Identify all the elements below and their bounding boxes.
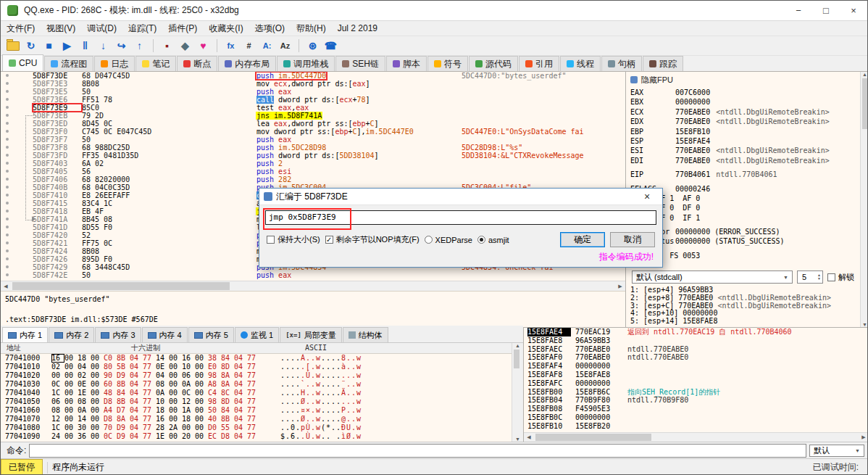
tab-breakpoints[interactable]: 断点 bbox=[177, 56, 217, 71]
scroll-left-icon[interactable]: ◀ bbox=[1, 284, 11, 289]
stack-row[interactable]: 15E8FAF815E8FAE8 bbox=[524, 371, 868, 379]
disasm-row[interactable]: 5D8F73FDFF35 0481D35Dpush dword ptr ds:[… bbox=[1, 152, 625, 160]
xedparse-radio[interactable]: XEDParse bbox=[425, 236, 472, 244]
command-profile-select[interactable]: 默认 ▼ bbox=[809, 445, 864, 457]
menu-options[interactable]: 选项(O) bbox=[249, 21, 291, 36]
disasm-row[interactable]: 5D8F73ED8D45 0Clea eax,dword ptr ss:[ebp… bbox=[1, 120, 625, 128]
tab-trace[interactable]: 跟踪 bbox=[643, 56, 683, 71]
tab-cpu[interactable]: CPU bbox=[2, 54, 43, 71]
tab-call-stack[interactable]: 调用堆栈 bbox=[277, 56, 335, 71]
tab-locals[interactable]: [x=]局部变量 bbox=[280, 327, 342, 342]
tab-handles[interactable]: 句柄 bbox=[601, 56, 642, 71]
disassembly-hscrollbar[interactable]: ◀ ▶ bbox=[1, 281, 625, 291]
scroll-down-icon[interactable]: ▼ bbox=[515, 437, 520, 442]
scroll-right-icon[interactable]: ▶ bbox=[615, 284, 625, 289]
nop-fill-checkbox[interactable]: ✓ 剩余字节以NOP填充(F) bbox=[325, 234, 420, 245]
menu-help[interactable]: 帮助(H) bbox=[291, 21, 332, 36]
asmjit-radio[interactable]: asmjit bbox=[477, 236, 509, 244]
tab-dump-2[interactable]: 内存 2 bbox=[49, 327, 94, 342]
menu-plugins[interactable]: 插件(P) bbox=[162, 21, 203, 36]
stack-row[interactable]: 15E8FAFC00000000 bbox=[524, 379, 868, 388]
tab-notes[interactable]: 笔记 bbox=[135, 56, 176, 71]
ok-button[interactable]: 确定 bbox=[560, 232, 605, 247]
stack-row[interactable]: 15E8FAF400000000 bbox=[524, 362, 868, 371]
scroll-thumb[interactable] bbox=[12, 282, 230, 290]
pause-icon[interactable]: ‖ bbox=[76, 38, 94, 54]
stack-row[interactable]: 15E8FB0C00000000 bbox=[524, 413, 868, 422]
run-icon[interactable]: ▶ bbox=[58, 38, 76, 54]
tab-dump-3[interactable]: 内存 3 bbox=[95, 327, 141, 342]
patch-icon[interactable]: ◆ bbox=[176, 38, 194, 54]
restart-icon[interactable]: ↻ bbox=[22, 38, 40, 54]
menu-view[interactable]: 视图(V) bbox=[41, 21, 81, 36]
stack-row[interactable]: 15E8FAEC770EABE0ntdll.770EABE0 bbox=[524, 345, 868, 354]
tab-symbols[interactable]: 符号 bbox=[427, 56, 468, 71]
stack-row[interactable]: 15E8FAE896A59BB3 bbox=[524, 336, 868, 345]
command-input[interactable] bbox=[29, 444, 806, 458]
dump-row[interactable]: 770410401C001E00488404770A000C00C48C0477… bbox=[1, 389, 512, 397]
argument-row[interactable]: 5: [esp+14] 15E8FAE8 bbox=[630, 318, 860, 326]
tab-log[interactable]: 日志 bbox=[94, 56, 135, 71]
registers-vscrollbar[interactable]: ▲ ▼ bbox=[860, 72, 868, 327]
dump-row[interactable]: 7704101002000400805B04770E001000E08D0477… bbox=[1, 363, 512, 371]
execute-till-return-icon[interactable]: ↑ bbox=[130, 38, 149, 54]
step-over-icon[interactable]: ↪ bbox=[112, 38, 130, 54]
stack-row[interactable]: 15E8FB08F45905E3 bbox=[524, 405, 868, 413]
case-upper-icon[interactable]: A: bbox=[258, 38, 276, 54]
scroll-track[interactable] bbox=[11, 281, 615, 291]
tab-dump-4[interactable]: 内存 4 bbox=[142, 327, 188, 342]
dump-row[interactable]: 7704105006000800D88B047710001200988D0477… bbox=[1, 397, 512, 406]
scroll-up-icon[interactable]: ▲ bbox=[515, 343, 520, 348]
scroll-track[interactable] bbox=[512, 348, 523, 437]
disasm-row[interactable]: 5D8F73E38B08mov ecx,dword ptr ds:[eax] bbox=[1, 80, 625, 88]
menu-trace[interactable]: 追踪(T) bbox=[122, 21, 162, 36]
disasm-row[interactable]: 5D8F73E985C0test eax,eax bbox=[1, 104, 625, 112]
settings-gear-icon[interactable]: ⊛ bbox=[304, 38, 322, 54]
scroll-down-icon[interactable]: ▼ bbox=[862, 322, 867, 327]
disasm-row[interactable]: 5D8F73E550push eax bbox=[1, 88, 625, 96]
disasm-row[interactable]: 5D8F73F868 988DC25Dpush im.5DC28D985DC28… bbox=[1, 144, 625, 152]
disasm-row[interactable]: 5D8F740668 82020000push 282 bbox=[1, 175, 625, 183]
tab-memory-map[interactable]: 内存布局 bbox=[218, 56, 276, 71]
favourites-icon[interactable]: ♥ bbox=[194, 38, 212, 54]
scroll-left-icon[interactable]: ◀ bbox=[524, 434, 534, 440]
register-row[interactable]: EIP770B4061ntdll.770B4061 bbox=[626, 170, 860, 179]
scroll-right-icon[interactable]: ▶ bbox=[859, 434, 868, 440]
register-row[interactable]: ESP15E8FAE4 bbox=[626, 136, 860, 146]
minimize-button[interactable]: − bbox=[785, 1, 812, 20]
keep-size-checkbox[interactable]: 保持大小(S) bbox=[267, 234, 320, 245]
tab-dump-1[interactable]: 内存 1 bbox=[2, 327, 48, 342]
dump-row[interactable]: 7704100016001800C08B04771400160038840477… bbox=[1, 354, 512, 363]
register-row[interactable]: ESI770EABE0<ntdll.DbgUiRemoteBreakin> bbox=[626, 146, 860, 155]
stack-row[interactable]: 15E8FAF0770EABE0ntdll.770EABE0 bbox=[524, 353, 868, 362]
open-file-icon[interactable] bbox=[4, 38, 22, 54]
unlock-checkbox[interactable]: 解锁 bbox=[827, 272, 854, 283]
close-button[interactable]: × bbox=[840, 1, 867, 20]
scroll-up-icon[interactable]: ▲ bbox=[862, 72, 867, 77]
stack-row[interactable]: 15E8FB04770B9F80ntdll.770B9F80 bbox=[524, 396, 868, 405]
menu-debug[interactable]: 调试(D) bbox=[81, 21, 122, 36]
tab-struct[interactable]: 结构体 bbox=[343, 327, 388, 342]
dump-row[interactable]: 770410200000020090D9047704000600988A0477… bbox=[1, 371, 512, 380]
assemble-instruction-input[interactable] bbox=[265, 210, 656, 225]
hash-icon[interactable]: # bbox=[240, 38, 258, 54]
stop-icon[interactable]: ■ bbox=[40, 38, 58, 54]
dialog-close-icon[interactable]: × bbox=[636, 191, 658, 202]
disasm-row[interactable]: 5D8F73F750push eax bbox=[1, 136, 625, 144]
tab-graph[interactable]: 流程图 bbox=[44, 56, 93, 71]
disasm-row[interactable]: 5D8F73F0C745 0C E047C45Dmov dword ptr ss… bbox=[1, 128, 625, 136]
case-mixed-icon[interactable]: Az bbox=[276, 38, 294, 54]
argument-count-spinner[interactable]: 5 ▲▼ bbox=[797, 270, 823, 284]
disasm-row[interactable]: 5D8F73E6FF51 78call dword ptr ds:[ecx+78… bbox=[1, 96, 625, 104]
tab-seh-chain[interactable]: SEH链 bbox=[335, 56, 385, 71]
spinner-arrows-icon[interactable]: ▲▼ bbox=[817, 273, 821, 281]
scroll-track[interactable] bbox=[534, 433, 859, 442]
register-row[interactable]: ECX770EABE0<ntdll.DbgUiRemoteBreakin> bbox=[626, 107, 860, 117]
dump-row[interactable]: 770410300C000E00608B047708000A00A88A0477… bbox=[1, 380, 512, 389]
disasm-row[interactable]: 5D8F742E50push eax bbox=[1, 271, 625, 279]
scroll-thumb[interactable] bbox=[862, 78, 868, 129]
stack-row[interactable]: 15E8FB0015E8FB6C指向SEH_Record[1]的指针 bbox=[524, 388, 868, 397]
register-row[interactable]: EDX770EABE0<ntdll.DbgUiRemoteBreakin> bbox=[626, 117, 860, 126]
fx-icon[interactable]: fx bbox=[222, 38, 240, 54]
tab-watch-1[interactable]: 监视 1 bbox=[235, 327, 279, 342]
